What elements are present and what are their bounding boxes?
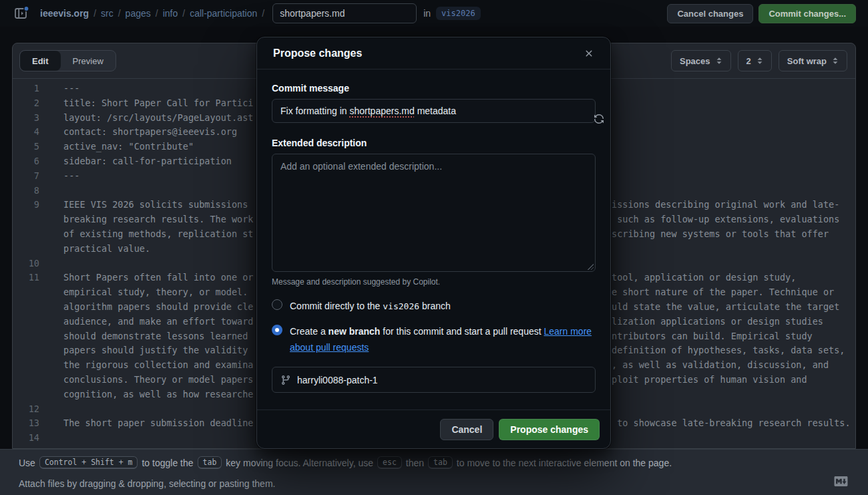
code-text-left: empirical study, theory, or model. bbox=[63, 285, 248, 300]
code-text-left: active_nav: "Contribute" bbox=[63, 140, 194, 154]
line-number: 12 bbox=[13, 402, 39, 417]
dialog-footer: Cancel Propose changes bbox=[257, 409, 610, 448]
filename-value: shortpapers.md bbox=[280, 8, 345, 19]
extended-description-placeholder: Add an optional extended description... bbox=[280, 161, 442, 172]
code-text-left: should demonstrate lessons learned bbox=[63, 329, 248, 344]
commit-message-input[interactable]: Fix formatting in shortpapers.md metadat… bbox=[272, 99, 596, 123]
hint-text: to toggle the bbox=[142, 458, 193, 468]
tab-edit[interactable]: Edit bbox=[20, 51, 61, 71]
extended-description-label: Extended description bbox=[272, 138, 596, 148]
propose-changes-dialog: Propose changes Commit message Fix forma… bbox=[256, 37, 611, 449]
line-number: 6 bbox=[13, 154, 39, 169]
filename-input[interactable]: shortpapers.md bbox=[272, 3, 417, 23]
close-button[interactable] bbox=[578, 43, 600, 64]
markdown-icon[interactable] bbox=[834, 476, 848, 486]
breadcrumb-link-src[interactable]: src bbox=[101, 8, 114, 19]
line-number: 9 bbox=[13, 198, 39, 212]
focus-hint: UseControl + Shift + mto toggle thetabke… bbox=[19, 456, 672, 469]
breadcrumb-separator: / bbox=[93, 8, 96, 19]
tab-preview[interactable]: Preview bbox=[61, 51, 116, 71]
indent-size-select[interactable]: 2 bbox=[738, 50, 772, 71]
commit-changes-button[interactable]: Commit changes... bbox=[758, 4, 856, 23]
breadcrumb-link-pages[interactable]: pages bbox=[126, 8, 151, 19]
hint-text: key moving focus. Alternatively, use bbox=[226, 458, 373, 468]
line-number: 14 bbox=[13, 431, 39, 446]
wrap-mode-select[interactable]: Soft wrap bbox=[779, 50, 847, 71]
new-branch-name-input[interactable]: harryli0088-patch-1 bbox=[272, 367, 596, 393]
chevron-up-down-icon bbox=[716, 57, 722, 65]
code-text-left: --- bbox=[63, 81, 79, 96]
line-number: 7 bbox=[13, 169, 39, 184]
create-branch-option[interactable]: Create a new branch for this commit and … bbox=[272, 323, 596, 355]
breadcrumb: ieeevis.org / src / pages / info / call-… bbox=[40, 8, 264, 19]
code-text-right: tool, application or design study, bbox=[612, 271, 796, 285]
regenerate-message-button[interactable] bbox=[574, 104, 590, 120]
create-branch-bold: new branch bbox=[329, 326, 381, 337]
hint-text: to move to the next interactive element … bbox=[457, 458, 672, 468]
code-text-right: such as follow-up extensions, evaluation… bbox=[612, 212, 839, 227]
code-text-left: IEEE VIS 2026 solicits submissions bbox=[63, 198, 248, 212]
code-text-left: layout: /src/layouts/PageLayout.ast bbox=[63, 111, 253, 126]
code-text-left: contact: shortpapers@ieeevis.org bbox=[63, 125, 237, 140]
hint-text: then bbox=[406, 458, 424, 468]
code-text-left: practical value. bbox=[63, 242, 150, 257]
commit-direct-option[interactable]: Commit directly to the vis2026 branch bbox=[272, 298, 596, 315]
top-header-bar: ieeevis.org / src / pages / info / call-… bbox=[0, 0, 868, 27]
commit-direct-text: branch bbox=[419, 301, 451, 311]
code-text-left: breaking research results. The work bbox=[63, 212, 253, 227]
commit-message-part: Fix formatting in bbox=[280, 106, 349, 116]
cancel-changes-button[interactable]: Cancel changes bbox=[667, 4, 753, 23]
edit-preview-toggle: Edit Preview bbox=[19, 50, 116, 71]
line-number: 5 bbox=[13, 140, 39, 154]
breadcrumb-link-call-participation[interactable]: call-participation bbox=[190, 8, 257, 19]
commit-direct-branch: vis2026 bbox=[383, 301, 419, 311]
code-text-left: of existing methods, replication st bbox=[63, 227, 253, 242]
code-text-right: scribing new systems or tools that offer bbox=[612, 227, 829, 242]
code-text-right: ploit properties of human vision and bbox=[612, 373, 807, 387]
chevron-up-down-icon bbox=[756, 57, 763, 65]
code-text-left: cognition, as well as how researche bbox=[63, 387, 253, 402]
radio-selected-icon[interactable] bbox=[272, 325, 282, 335]
side-panel-toggle-icon[interactable] bbox=[13, 5, 31, 21]
keyboard-shortcut-key: esc bbox=[377, 456, 402, 469]
extended-description-textarea[interactable]: Add an optional extended description... bbox=[272, 154, 596, 272]
code-text-left: conclusions. Theory or model papers bbox=[63, 373, 253, 387]
keyboard-shortcut-key: tab bbox=[198, 456, 222, 469]
create-branch-label: Create a new branch for this commit and … bbox=[290, 323, 596, 355]
breadcrumb-repo-link[interactable]: ieeevis.org bbox=[40, 8, 89, 19]
resize-grip[interactable] bbox=[586, 263, 594, 270]
indent-mode-select[interactable]: Spaces bbox=[671, 50, 731, 71]
line-number: 3 bbox=[13, 111, 39, 126]
commit-message-label: Commit message bbox=[272, 83, 596, 94]
code-text-right: issions describing original work and lat… bbox=[612, 198, 839, 212]
hint-text: Use bbox=[19, 458, 35, 468]
code-text-right: e short nature of the paper. Technique o… bbox=[612, 285, 834, 300]
dialog-title: Propose changes bbox=[273, 47, 362, 59]
line-number: 13 bbox=[13, 416, 39, 431]
in-label: in bbox=[423, 8, 431, 19]
code-text-left: Short Papers often fall into one or bbox=[63, 271, 253, 285]
indent-size-value: 2 bbox=[746, 56, 751, 66]
commit-message-part: metadata bbox=[415, 106, 456, 116]
indent-mode-value: Spaces bbox=[680, 56, 710, 66]
new-branch-name-value: harryli0088-patch-1 bbox=[297, 375, 378, 385]
wrap-mode-value: Soft wrap bbox=[787, 56, 827, 66]
keyboard-shortcut-key: tab bbox=[428, 456, 453, 469]
propose-changes-button[interactable]: Propose changes bbox=[499, 419, 600, 440]
radio-unselected-icon[interactable] bbox=[272, 299, 282, 310]
breadcrumb-link-info[interactable]: info bbox=[163, 8, 178, 19]
code-text-right: definition of hypotheses, tasks, data se… bbox=[612, 343, 845, 358]
git-branch-icon bbox=[280, 375, 291, 385]
branch-badge: vis2026 bbox=[436, 7, 481, 20]
code-text-left: title: Short Paper Call for Partici bbox=[63, 96, 253, 111]
code-text-left: algorithm papers should provide cle bbox=[63, 300, 253, 315]
line-number: 8 bbox=[13, 184, 39, 198]
line-number: 10 bbox=[13, 257, 39, 271]
keyboard-shortcut-key: Control + Shift + m bbox=[39, 456, 138, 469]
commit-message-misspelled-word: shortpapers.md bbox=[349, 106, 414, 116]
create-branch-text: for this commit and start a pull request bbox=[380, 326, 544, 337]
cancel-button[interactable]: Cancel bbox=[440, 419, 493, 440]
code-text-left: audience, and make an effort toward bbox=[63, 315, 253, 329]
code-text-right: uld state the value, articulate the targ… bbox=[612, 300, 839, 315]
line-number: 1 bbox=[13, 81, 39, 96]
